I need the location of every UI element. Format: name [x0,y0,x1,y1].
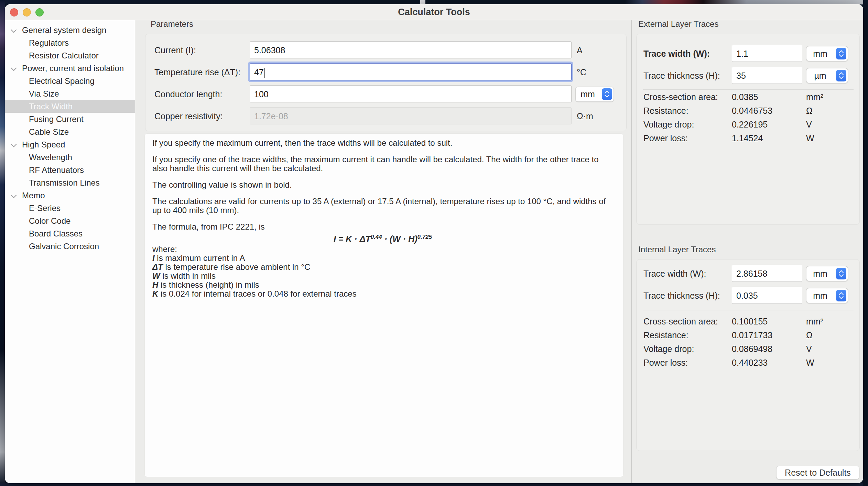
current-input[interactable]: 5.06308 [250,41,572,58]
reset-to-defaults-button[interactable]: Reset to Defaults [776,466,859,479]
stepper-icon [836,290,846,301]
external-trace-width-input[interactable]: 1.1 [732,45,802,62]
current-unit: A [577,41,583,59]
where-line-width: W is width in mils [152,272,613,280]
conductor-length-label: Conductor length: [154,85,222,103]
desktop-right-strip [863,0,868,486]
stepper-icon [836,70,846,81]
text-caret [264,68,265,78]
note-max-current: If you specify the maximum current, then… [152,139,613,147]
stepper-icon [836,48,846,59]
sidebar-item-board-classes[interactable]: Board Classes [5,227,135,240]
external-trace-thickness-label: Trace thickness (H): [643,67,720,85]
result-unit: Ω [806,328,813,342]
result-unit: mm² [806,90,823,104]
sidebar-item-high-speed[interactable]: High Speed [5,138,135,151]
window-title: Calculator Tools [5,4,863,20]
result-unit: V [806,342,812,356]
chevron-down-icon [11,192,17,198]
internal-trace-width-input[interactable]: 2.86158 [732,265,802,282]
description-panel: If you specify the maximum current, then… [144,133,623,477]
result-unit: V [806,118,812,131]
note-formula-intro: The formula, from IPC 2221, is [152,222,613,231]
external-trace-width-label: Trace width (W): [643,45,710,63]
stepper-icon [836,268,846,279]
desktop-left-strip [0,0,5,486]
copper-resistivity-input[interactable]: 1.72e-08 [250,107,572,124]
result-label: Power loss: [643,356,688,369]
result-unit: mm² [806,314,823,328]
result-label: Resistance: [643,104,688,118]
where-line-temp: ΔT is temperature rise above ambient in … [152,263,613,272]
sidebar-item-memo[interactable]: Memo [5,189,135,202]
result-value: 0.440233 [732,356,768,369]
result-label: Power loss: [643,131,688,145]
external-trace-thickness-input[interactable]: 35 [732,67,802,84]
parameters-section-label: Parameters [151,19,193,29]
result-unit: W [806,356,814,369]
title-bar[interactable]: Calculator Tools [5,4,863,20]
internal-trace-thickness-unit-dropdown[interactable]: mm [806,288,848,303]
note-trace-widths: If you specify one of the trace widths, … [152,155,613,173]
temperature-rise-label: Temperature rise (ΔT): [154,63,240,81]
current-label: Current (I): [154,41,196,59]
chevron-down-icon [11,142,17,147]
result-value: 0.0385 [732,90,758,104]
internal-trace-thickness-label: Trace thickness (H): [643,287,720,305]
copper-resistivity-label: Copper resistivity: [154,107,223,125]
stepper-icon [602,88,612,100]
where-label: where: [152,245,613,254]
copper-resistivity-unit: Ω·m [577,107,593,125]
sidebar-item-e-series[interactable]: E-Series [5,202,135,214]
note-controlling-value: The controlling value is shown in bold. [152,180,613,189]
calculator-tools-window: Calculator Tools General system design R… [5,4,863,483]
result-unit: Ω [806,104,813,118]
sidebar-item-wavelength[interactable]: Wavelength [5,151,135,164]
internal-trace-width-label: Trace width (W): [643,265,706,283]
conductor-length-input[interactable]: 100 [250,85,572,102]
result-value: 0.0446753 [732,104,772,118]
external-trace-thickness-unit-dropdown[interactable]: µm [806,68,848,83]
sidebar-item-rf-attenuators[interactable]: RF Attenuators [5,164,135,176]
where-line-k: K is 0.024 for internal traces or 0.048 … [152,289,613,298]
conductor-length-unit-dropdown[interactable]: mm [575,87,614,102]
external-trace-width-unit-dropdown[interactable]: mm [806,46,848,61]
external-section-label: External Layer Traces [638,19,718,29]
sidebar-item-galvanic-corrosion[interactable]: Galvanic Corrosion [5,240,135,253]
result-value: 0.0869498 [732,342,772,356]
sidebar-item-general-system-design[interactable]: General system design [5,24,135,36]
temperature-rise-unit: °C [577,63,586,81]
sidebar-item-transmission-lines[interactable]: Transmission Lines [5,176,135,189]
sidebar-item-cable-size[interactable]: Cable Size [5,125,135,138]
result-value: 0.226195 [732,118,768,131]
result-value: 1.14524 [732,131,763,145]
result-label: Resistance: [643,328,688,342]
temperature-rise-input[interactable]: 47 [250,63,572,80]
desktop: Calculator Tools General system design R… [0,0,868,486]
result-label: Voltage drop: [643,342,694,356]
result-value: 0.100155 [732,314,768,328]
internal-section-label: Internal Layer Traces [638,245,716,254]
where-line-current: I is maximum current in A [152,254,613,263]
internal-trace-thickness-input[interactable]: 0.035 [732,287,802,304]
result-value: 0.0171733 [732,328,772,342]
chevron-down-icon [11,27,17,33]
result-label: Cross-section area: [643,314,718,328]
external-separator [643,89,854,90]
ipc2221-formula: I = K · ΔT0.44 · (W · H)0.725 [152,233,613,243]
internal-trace-width-unit-dropdown[interactable]: mm [806,266,848,281]
sidebar-item-color-code[interactable]: Color Code [5,214,135,227]
where-line-height: H is thickness (height) in mils [152,280,613,289]
internal-separator [643,310,854,310]
result-unit: W [806,131,814,145]
result-label: Cross-section area: [643,90,718,104]
result-label: Voltage drop: [643,118,694,131]
note-validity: The calculations are valid for currents … [152,197,613,215]
